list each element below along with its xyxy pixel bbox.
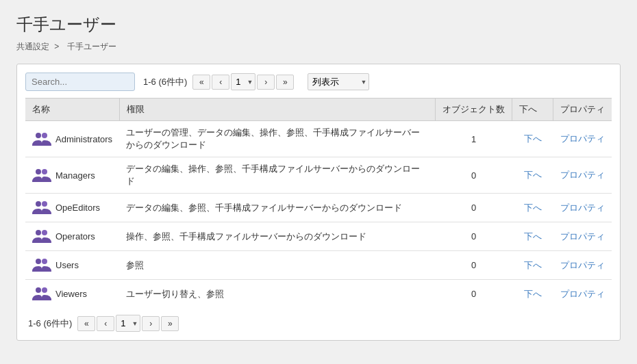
cell-permission: ユーザーの管理、データの編集、操作、参照、千手構成ファイルサーバーからのダウンロ… — [119, 121, 435, 157]
down-link[interactable]: 下へ — [524, 289, 542, 299]
col-header-prop: プロパティ — [553, 99, 612, 121]
svg-point-4 — [36, 201, 41, 207]
cell-down: 下へ — [512, 280, 553, 309]
cell-permission: データの編集、操作、参照、千手構成ファイルサーバーからのダウンロード — [119, 157, 435, 194]
bottom-toolbar: 1-6 (6件中) « ‹ 1 › » — [25, 315, 612, 332]
breadcrumb-link-settings[interactable]: 共通設定 — [16, 42, 49, 51]
svg-point-5 — [42, 201, 47, 207]
cell-down: 下へ — [512, 121, 553, 157]
svg-point-7 — [42, 230, 47, 235]
last-page-button[interactable]: » — [276, 75, 294, 90]
page-select-wrapper: 1 — [231, 73, 255, 90]
first-page-button[interactable]: « — [192, 75, 210, 90]
svg-point-3 — [42, 169, 47, 174]
user-name: Users — [55, 260, 79, 270]
cell-obj-count: 0 — [436, 222, 512, 251]
bottom-page-select-wrapper: 1 — [116, 315, 140, 332]
content-panel: 1-6 (6件中) « ‹ 1 › » 列表示 行表示 — [16, 64, 621, 341]
users-group-icon — [32, 199, 51, 216]
user-name: Administrators — [55, 134, 112, 144]
svg-point-6 — [36, 230, 41, 235]
user-name: Operators — [55, 231, 95, 242]
cell-down: 下へ — [512, 251, 553, 280]
down-link[interactable]: 下へ — [524, 203, 542, 213]
svg-point-11 — [42, 287, 47, 293]
cell-property: プロパティ — [553, 280, 612, 309]
svg-point-0 — [36, 133, 41, 138]
cell-permission: ユーザー切り替え、参照 — [119, 280, 435, 309]
table-row: OpeEditors データの編集、参照、千手構成ファイルサーバーからのダウンロ… — [25, 194, 612, 222]
cell-down: 下へ — [512, 157, 553, 194]
svg-point-10 — [36, 287, 41, 293]
cell-down: 下へ — [512, 222, 553, 251]
bottom-first-page-button[interactable]: « — [77, 316, 95, 331]
cell-property: プロパティ — [553, 121, 612, 157]
view-select[interactable]: 列表示 行表示 — [308, 73, 369, 90]
table-row: Administrators ユーザーの管理、データの編集、操作、参照、千手構成… — [25, 121, 612, 157]
page-title: 千手ユーザー — [16, 14, 621, 36]
down-link[interactable]: 下へ — [524, 231, 542, 242]
bottom-pagination-controls: « ‹ 1 › » — [77, 315, 179, 332]
breadcrumb-separator: > — [54, 42, 61, 51]
cell-obj-count: 0 — [436, 194, 512, 222]
svg-point-8 — [36, 259, 41, 264]
table-row: Viewers ユーザー切り替え、参照 0 下へ プロパティ — [25, 280, 612, 309]
property-link[interactable]: プロパティ — [560, 170, 605, 180]
user-icon-group: OpeEditors — [32, 199, 100, 216]
user-name: OpeEditors — [55, 203, 100, 213]
property-link[interactable]: プロパティ — [560, 133, 605, 144]
user-icon-group: Managers — [32, 167, 95, 184]
bottom-prev-page-button[interactable]: ‹ — [97, 316, 114, 331]
view-select-wrapper: 列表示 行表示 — [308, 73, 369, 90]
down-link[interactable]: 下へ — [524, 260, 542, 270]
cell-name: Operators — [25, 222, 119, 251]
cell-obj-count: 1 — [436, 121, 512, 157]
svg-point-9 — [42, 259, 47, 264]
top-pagination-controls: « ‹ 1 › » — [192, 73, 294, 90]
cell-obj-count: 0 — [436, 280, 512, 309]
breadcrumb: 共通設定 > 千手ユーザー — [16, 41, 621, 53]
cell-obj-count: 0 — [436, 251, 512, 280]
down-link[interactable]: 下へ — [524, 170, 542, 180]
cell-name: Administrators — [25, 121, 119, 157]
users-group-icon — [32, 257, 51, 274]
table-row: Managers データの編集、操作、参照、千手構成ファイルサーバーからのダウン… — [25, 157, 612, 194]
search-input[interactable] — [25, 73, 135, 91]
next-page-button[interactable]: › — [257, 75, 275, 90]
bottom-next-page-button[interactable]: › — [142, 316, 160, 331]
prev-page-button[interactable]: ‹ — [212, 75, 229, 90]
col-header-perm: 権限 — [119, 99, 435, 121]
cell-permission: データの編集、参照、千手構成ファイルサーバーからのダウンロード — [119, 194, 435, 222]
table-row: Operators 操作、参照、千手構成ファイルサーバーからのダウンロード 0 … — [25, 222, 612, 251]
cell-permission: 操作、参照、千手構成ファイルサーバーからのダウンロード — [119, 222, 435, 251]
user-icon-group: Viewers — [32, 285, 87, 302]
cell-permission: 参照 — [119, 251, 435, 280]
property-link[interactable]: プロパティ — [560, 203, 605, 213]
property-link[interactable]: プロパティ — [560, 231, 605, 242]
cell-name: Viewers — [25, 280, 119, 309]
svg-point-2 — [36, 169, 41, 174]
bottom-last-page-button[interactable]: » — [161, 316, 179, 331]
cell-property: プロパティ — [553, 222, 612, 251]
down-link[interactable]: 下へ — [524, 133, 542, 144]
col-header-down: 下へ — [512, 99, 553, 121]
page-wrapper: 千手ユーザー 共通設定 > 千手ユーザー 1-6 (6件中) « ‹ 1 › » — [0, 0, 637, 364]
col-header-name: 名称 — [25, 99, 119, 121]
property-link[interactable]: プロパティ — [560, 289, 605, 299]
page-select[interactable]: 1 — [231, 73, 255, 90]
breadcrumb-current: 千手ユーザー — [67, 42, 116, 51]
user-icon-group: Administrators — [32, 131, 112, 148]
users-table: 名称 権限 オブジェクト数 下へ プロパティ Administrators ユー… — [25, 98, 612, 308]
bottom-pagination-info: 1-6 (6件中) — [28, 317, 72, 330]
users-group-icon — [32, 131, 51, 148]
user-name: Viewers — [55, 289, 87, 299]
cell-down: 下へ — [512, 194, 553, 222]
user-icon-group: Users — [32, 257, 79, 274]
users-group-icon — [32, 228, 51, 245]
property-link[interactable]: プロパティ — [560, 260, 605, 270]
table-row: Users 参照 0 下へ プロパティ — [25, 251, 612, 280]
top-toolbar: 1-6 (6件中) « ‹ 1 › » 列表示 行表示 — [25, 73, 612, 91]
cell-property: プロパティ — [553, 157, 612, 194]
bottom-page-select[interactable]: 1 — [116, 315, 140, 332]
user-name: Managers — [55, 170, 95, 181]
